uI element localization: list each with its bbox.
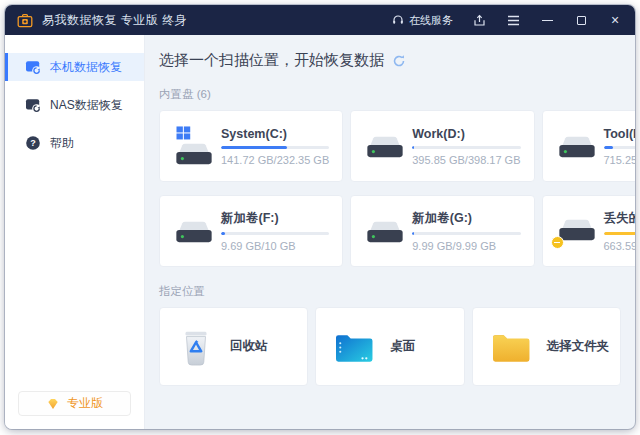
drives-grid: System(C:) 141.72 GB/232.35 GB <box>159 110 621 267</box>
drive-name: 丢失的分区 -1 <box>604 210 636 227</box>
section-label-specified-locations: 指定位置 <box>159 284 621 299</box>
usage-bar <box>412 232 520 235</box>
upload-box-icon <box>473 14 486 27</box>
sidebar-item-nas-recovery[interactable]: NAS数据恢复 <box>5 91 144 119</box>
drive-card-new-volume-g[interactable]: 新加卷(G:) 9.99 GB/9.99 GB <box>350 195 534 267</box>
locations-grid: 回收站 桌面 <box>159 307 621 386</box>
hard-drive-icon <box>171 140 217 166</box>
recycle-bin-icon <box>177 327 215 367</box>
location-label: 回收站 <box>230 338 268 355</box>
drive-name: System(C:) <box>221 127 287 141</box>
drive-name: Work(D:) <box>412 127 465 141</box>
drive-name: Tool(E:) <box>604 127 636 141</box>
menu-button[interactable] <box>505 12 521 28</box>
lost-partition-badge-icon <box>551 236 564 249</box>
hard-drive-icon <box>362 218 408 244</box>
usage-bar <box>604 146 636 149</box>
drive-card-new-volume-f[interactable]: 新加卷(F:) 9.69 GB/10 GB <box>159 195 343 267</box>
close-button[interactable]: × <box>607 12 623 28</box>
minimize-icon <box>542 20 553 21</box>
page-title: 选择一个扫描位置，开始恢复数据 <box>159 51 384 70</box>
hard-drive-icon <box>554 133 600 159</box>
online-service-label: 在线服务 <box>409 13 453 28</box>
usage-bar <box>604 232 636 235</box>
hard-drive-icon <box>362 133 408 159</box>
drive-card-system-c[interactable]: System(C:) 141.72 GB/232.35 GB <box>159 110 343 182</box>
sidebar-item-label: NAS数据恢复 <box>50 97 123 114</box>
hard-drive-icon <box>171 218 217 244</box>
usage-bar <box>221 146 329 149</box>
diamond-icon <box>46 398 60 410</box>
location-card-desktop[interactable]: 桌面 <box>315 307 464 386</box>
sidebar-item-local-recovery[interactable]: 本机数据恢复 <box>5 53 144 81</box>
drive-name: 新加卷(G:) <box>412 210 472 227</box>
close-icon: × <box>611 13 619 27</box>
sidebar-item-label: 帮助 <box>50 135 74 152</box>
help-icon: ? <box>25 135 41 151</box>
hamburger-icon <box>507 15 520 26</box>
usage-bar <box>412 146 520 149</box>
location-card-choose-folder[interactable]: 选择文件夹 <box>472 307 621 386</box>
drive-capacity: 715.25 GB/781.25 GB <box>604 154 636 166</box>
drive-card-work-d[interactable]: Work(D:) 395.85 GB/398.17 GB <box>350 110 534 182</box>
main-panel: 选择一个扫描位置，开始恢复数据 内置盘 (6) <box>145 35 635 429</box>
section-label-internal-disks: 内置盘 (6) <box>159 87 621 102</box>
location-card-recycle-bin[interactable]: 回收站 <box>159 307 308 386</box>
titlebar[interactable]: 易我数据恢复 专业版 终身 在线服务 <box>5 5 635 35</box>
drive-capacity: 9.69 GB/10 GB <box>221 240 329 252</box>
drive-capacity: 663.59 GB <box>604 240 636 252</box>
license-badge-button[interactable]: 专业版 <box>18 391 131 416</box>
drive-capacity: 9.99 GB/9.99 GB <box>412 240 520 252</box>
app-logo-toolbox-icon <box>17 13 33 28</box>
upgrade-button[interactable] <box>471 12 487 28</box>
online-service-button[interactable]: 在线服务 <box>392 13 453 28</box>
nas-recovery-icon <box>25 97 41 113</box>
minimize-button[interactable] <box>539 12 555 28</box>
drive-card-lost-partition[interactable]: 丢失的分区 -1 ? 663.59 GB <box>542 195 636 267</box>
choose-folder-icon <box>490 329 532 365</box>
maximize-button[interactable] <box>573 12 589 28</box>
location-label: 桌面 <box>390 338 415 355</box>
location-label: 选择文件夹 <box>547 338 610 355</box>
license-label: 专业版 <box>67 395 103 412</box>
maximize-icon <box>577 16 586 25</box>
local-recovery-icon <box>25 59 41 75</box>
app-window: 易我数据恢复 专业版 终身 在线服务 <box>5 5 635 429</box>
drive-capacity: 395.85 GB/398.17 GB <box>412 154 520 166</box>
drive-name: 新加卷(F:) <box>221 210 279 227</box>
desktop-folder-icon <box>333 329 375 365</box>
refresh-icon[interactable] <box>392 54 406 68</box>
drive-card-tool-e[interactable]: Tool(E:) 715.25 GB/781.25 GB <box>542 110 636 182</box>
headset-icon <box>392 14 404 26</box>
windows-logo-icon <box>176 126 191 140</box>
sidebar-item-help[interactable]: ? 帮助 <box>5 129 144 157</box>
sidebar: 本机数据恢复 NAS数据恢复 ? 帮助 <box>5 35 145 429</box>
svg-text:?: ? <box>30 138 36 148</box>
window-title: 易我数据恢复 专业版 终身 <box>42 12 187 29</box>
usage-bar <box>221 232 329 235</box>
sidebar-item-label: 本机数据恢复 <box>50 59 122 76</box>
drive-capacity: 141.72 GB/232.35 GB <box>221 154 329 166</box>
